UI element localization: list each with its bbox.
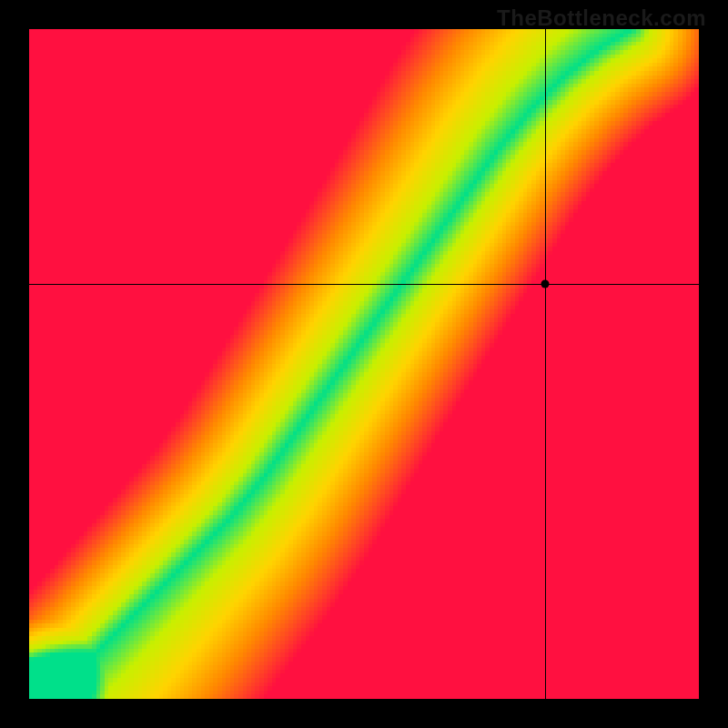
heatmap-canvas	[29, 29, 699, 699]
watermark-label: TheBottleneck.com	[497, 5, 706, 31]
heatmap-plot	[29, 29, 699, 699]
crosshair-vertical	[545, 29, 546, 699]
chart-frame: TheBottleneck.com	[0, 0, 728, 728]
crosshair-marker	[541, 279, 549, 288]
crosshair-horizontal	[29, 284, 699, 285]
